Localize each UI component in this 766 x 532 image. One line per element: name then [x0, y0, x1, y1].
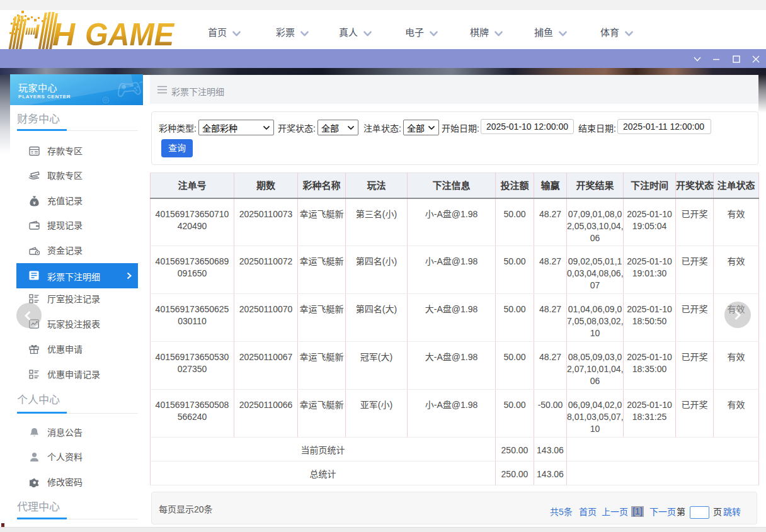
svg-text:¥: ¥ — [33, 200, 36, 206]
